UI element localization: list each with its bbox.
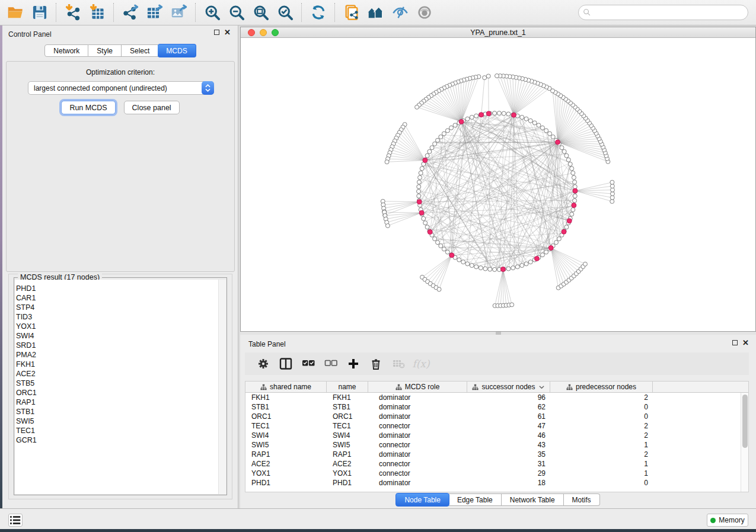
gear-button[interactable] <box>252 355 275 373</box>
network-node[interactable] <box>540 126 544 130</box>
network-node[interactable] <box>439 135 443 139</box>
table-row[interactable]: TEC1TEC1connector472 <box>245 421 740 431</box>
mcds-result-item[interactable]: ACE2 <box>16 369 218 379</box>
delete-column-button[interactable] <box>365 355 387 373</box>
network-node[interactable] <box>548 132 552 136</box>
mcds-hub-node[interactable] <box>428 230 432 235</box>
network-node[interactable] <box>537 123 541 127</box>
network-node[interactable] <box>385 224 390 228</box>
mcds-result-item[interactable]: SRD1 <box>16 341 218 350</box>
open-folder-button[interactable] <box>5 2 25 23</box>
run-mcds-button[interactable]: Run MCDS <box>61 101 115 114</box>
tab-style[interactable]: Style <box>88 44 122 57</box>
network-node[interactable] <box>532 121 537 125</box>
table-row[interactable]: FKH1FKH1dominator962 <box>245 393 740 402</box>
network-node[interactable] <box>573 194 577 198</box>
network-node[interactable] <box>420 166 424 171</box>
network-node[interactable] <box>544 129 548 133</box>
mcds-result-item[interactable]: YOX1 <box>16 322 218 331</box>
mcds-result-list[interactable]: PHD1CAR1STP4TID3YOX1SWI4SRD1PMA2FKH1ACE2… <box>15 280 218 494</box>
table-tab-motifs[interactable]: Motifs <box>564 493 600 506</box>
mcds-hub-node[interactable] <box>562 229 566 234</box>
zoom-in-button[interactable] <box>202 2 222 23</box>
search-field[interactable] <box>591 8 748 17</box>
network-node[interactable] <box>610 184 614 188</box>
network-node[interactable] <box>557 237 561 241</box>
save-button[interactable] <box>29 2 50 23</box>
import-network-button[interactable] <box>62 2 83 23</box>
tab-network[interactable]: Network <box>44 44 88 57</box>
network-node[interactable] <box>564 153 569 158</box>
network-node[interactable] <box>428 149 432 153</box>
mcds-hub-node[interactable] <box>486 111 491 116</box>
network-node[interactable] <box>474 265 479 269</box>
network-node[interactable] <box>483 267 487 271</box>
network-node[interactable] <box>479 266 483 270</box>
mcds-hub-node[interactable] <box>419 210 424 215</box>
network-node[interactable] <box>442 132 446 136</box>
network-node[interactable] <box>449 126 454 130</box>
add-column-button[interactable] <box>342 355 365 373</box>
network-node[interactable] <box>437 287 441 291</box>
network-node[interactable] <box>506 112 511 116</box>
network-node[interactable] <box>583 262 587 266</box>
network-node[interactable] <box>425 153 429 158</box>
home-button[interactable] <box>365 2 386 23</box>
refresh-button[interactable] <box>308 2 328 23</box>
network-node[interactable] <box>474 114 479 118</box>
network-node[interactable] <box>551 135 555 139</box>
network-node[interactable] <box>571 208 575 212</box>
export-network-button[interactable] <box>120 2 141 23</box>
network-node[interactable] <box>436 241 440 245</box>
mcds-hub-node[interactable] <box>500 267 505 272</box>
network-node[interactable] <box>506 267 511 271</box>
import-table-button[interactable] <box>87 2 107 23</box>
show-panel-button[interactable] <box>414 2 435 23</box>
network-node[interactable] <box>442 247 446 251</box>
table-tab-network-table[interactable]: Network Table <box>502 493 564 506</box>
mcds-hub-node[interactable] <box>548 245 553 250</box>
network-node[interactable] <box>524 262 528 266</box>
network-node[interactable] <box>453 123 457 127</box>
network-node[interactable] <box>433 142 437 146</box>
network-node[interactable] <box>540 253 544 257</box>
network-node[interactable] <box>422 216 426 220</box>
network-node[interactable] <box>436 138 440 142</box>
network-node[interactable] <box>544 250 548 254</box>
network-node[interactable] <box>493 267 497 271</box>
table-row[interactable]: PHD1PHD1dominator180 <box>245 478 740 488</box>
table-row[interactable]: SWI4SWI4dominator462 <box>245 431 740 440</box>
network-node[interactable] <box>425 225 429 229</box>
network-node[interactable] <box>445 129 449 133</box>
network-node[interactable] <box>528 260 532 264</box>
network-node[interactable] <box>488 267 492 271</box>
mcds-hub-node[interactable] <box>417 200 422 204</box>
table-tab-edge-table[interactable]: Edge Table <box>449 493 502 506</box>
network-node[interactable] <box>457 258 461 262</box>
memory-button[interactable]: Memory <box>707 514 748 527</box>
network-node[interactable] <box>417 185 421 189</box>
table-row[interactable]: STB1STB1dominator620 <box>245 402 740 412</box>
mcds-result-item[interactable]: GCR1 <box>16 435 218 445</box>
network-node[interactable] <box>572 175 576 180</box>
columns-button[interactable] <box>275 355 297 373</box>
network-node[interactable] <box>419 171 423 175</box>
network-node[interactable] <box>554 241 558 245</box>
network-node[interactable] <box>510 303 514 307</box>
optimization-criterion-select[interactable]: largest connected component (undirected) <box>28 81 214 95</box>
network-canvas[interactable] <box>241 38 755 332</box>
table-row[interactable]: RAP1RAP1dominator352 <box>245 450 740 459</box>
network-node[interactable] <box>528 118 532 123</box>
mcds-hub-node[interactable] <box>459 119 464 124</box>
network-node[interactable] <box>486 74 490 78</box>
network-node[interactable] <box>610 180 614 184</box>
network-node[interactable] <box>520 264 524 268</box>
deselect-all-button[interactable] <box>320 355 342 373</box>
network-node[interactable] <box>439 243 443 248</box>
tab-mcds[interactable]: MCDS <box>158 44 196 57</box>
export-table-button[interactable] <box>144 2 165 23</box>
mcds-hub-node[interactable] <box>573 188 578 193</box>
mcds-result-item[interactable]: STB5 <box>16 379 218 388</box>
network-node[interactable] <box>465 262 470 266</box>
network-node[interactable] <box>571 171 575 175</box>
